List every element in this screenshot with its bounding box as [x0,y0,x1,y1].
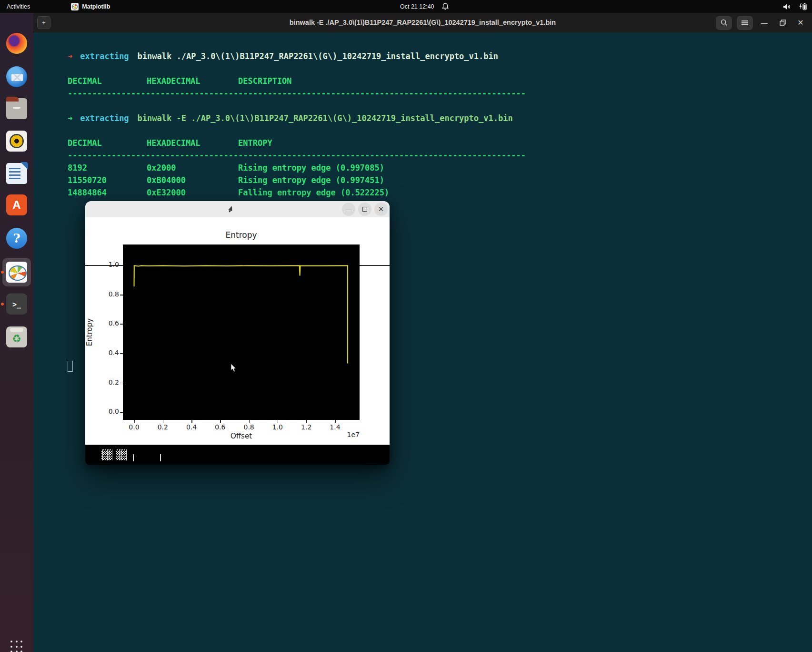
header-col2: HEXADECIMAL [147,137,238,149]
terminal-cursor [68,361,73,372]
dock-item-firefox[interactable] [5,32,28,55]
toolbar-separator [133,454,134,461]
running-indicator-dot [1,303,4,306]
volume-icon [783,3,791,10]
top-bar: Activities Matplotlib Oct 21 12:40 [0,0,812,13]
system-status-area[interactable] [783,0,807,13]
result-col3: Falling entropy edge (0.522225) [238,188,389,197]
dock-item-help[interactable]: ? [5,227,28,250]
help-icon: ? [6,228,27,249]
terminal-close-button[interactable]: ✕ [794,16,807,30]
command-text: binwalk ./AP_3.0\(1\)B11P247_RAP2261\(G\… [138,51,498,61]
battery-charging-icon [798,3,807,10]
dock-item-rhythmbox[interactable] [5,130,28,153]
result-col3: Rising entropy edge (0.997451) [238,175,384,185]
maximize-icon [362,207,367,212]
x-tick-mark [335,420,336,423]
x-tick-mark [191,420,192,423]
trash-icon: ♻ [6,326,27,347]
binwalk-result-row: 81920x2000Rising entropy edge (0.997085) [68,162,526,174]
dock-item-thunderbird[interactable] [5,65,28,88]
matplotlib-figure-window[interactable]: — ✕ Entropy 0.00.20.40.60.81.0 0.00.20.4… [85,201,390,465]
new-tab-button[interactable]: + [37,16,50,29]
dock-item-software[interactable]: A [5,194,28,216]
entropy-line-plot [123,244,360,420]
figure-close-button[interactable]: ✕ [374,203,388,216]
firefox-icon [6,33,27,54]
binwalk-result-row: 115507200xB04000Rising entropy edge (0.9… [68,174,526,186]
x-tick-label: 1.4 [324,423,345,431]
dock-item-terminal[interactable]: >_ [5,293,28,316]
toolbar-separator [160,454,161,461]
binwalk-table-separator: ----------------------------------------… [68,87,526,100]
binwalk-table-separator: ----------------------------------------… [68,149,526,162]
writer-icon [6,163,27,184]
figure-toolbar[interactable] [85,445,390,465]
help-glyph: ? [6,228,27,249]
command-text: binwalk -E ./AP_3.0\(1\)B11P247_RAP2261\… [138,113,513,123]
binwalk-table-header: DECIMALHEXADECIMALDESCRIPTION [68,75,526,87]
y-tick-label: 0.8 [99,290,119,298]
y-tick-mark [120,324,123,325]
dock-item-matplotlib[interactable] [5,261,28,284]
y-tick-label: 0.4 [99,349,119,357]
figure-minimize-button[interactable]: — [342,203,355,216]
toolbar-nav-icon[interactable] [116,449,127,460]
terminal-minimize-button[interactable]: — [758,16,771,30]
x-tick-mark [134,420,135,423]
entropy-series-line [134,265,348,363]
close-icon: ✕ [797,18,803,27]
dock-separator [6,264,28,264]
trash-glyph: ♻ [6,330,27,347]
terminal-prompt-line: ➜extractingbinwalk ./AP_3.0\(1\)B11P247_… [68,50,526,62]
prompt-arrow: ➜ [68,51,72,61]
terminal-restore-button[interactable] [776,16,789,30]
terminal-prompt-line: ➜extractingbinwalk -E ./AP_3.0\(1\)B11P2… [68,112,526,124]
terminal-search-button[interactable] [716,16,732,30]
result-col2: 0x2000 [147,162,238,174]
files-icon [6,98,27,119]
new-tab-plus-icon: + [42,19,46,26]
terminal-icon: >_ [6,294,27,315]
clock-menu[interactable]: Oct 21 12:40 [400,0,449,13]
dock-item-writer[interactable] [5,162,28,185]
mouse-cursor [230,363,238,373]
dock-item-files[interactable] [5,97,28,120]
figure-canvas[interactable]: Entropy 0.00.20.40.60.81.0 0.00.20.40.60… [85,217,390,445]
activities-button[interactable]: Activities [0,0,37,13]
y-tick-label: 0.2 [99,378,119,386]
thunderbird-icon [6,66,27,87]
notification-bell-icon [442,3,449,10]
x-tick-label: 0.4 [181,423,202,431]
toolbar-home-icon[interactable] [101,449,112,460]
y-tick-mark [120,353,123,354]
restore-icon [780,20,786,26]
app-indicator[interactable]: Matplotlib [64,0,117,13]
x-axis-multiplier: 1e7 [341,431,360,438]
clock-label: Oct 21 12:40 [400,3,434,10]
dock: A?>_♻ [0,13,33,652]
minimize-icon: — [346,206,352,213]
running-indicator-dot [1,271,4,274]
show-applications-button[interactable] [10,641,23,652]
terminal-titlebar[interactable]: + binwalk -E ./AP_3.0\(1\)B11P247_RAP226… [33,13,812,32]
minimize-icon: — [761,19,768,27]
figure-maximize-button[interactable] [358,203,371,216]
header-col1: DECIMAL [68,75,147,87]
plot-axes [123,244,360,420]
terminal-glyph: >_ [6,294,27,315]
y-tick-mark [120,295,123,295]
dock-item-trash[interactable]: ♻ [5,326,28,348]
y-tick-label: 0.0 [99,408,119,415]
header-col3: DESCRIPTION [238,76,292,86]
terminal-menu-button[interactable] [737,16,753,30]
matplotlib-app-icon [71,3,79,10]
binwalk-result-row: 148848640xE32000Falling entropy edge (0.… [68,186,526,199]
y-tick-mark [120,383,123,384]
y-tick-label: 0.6 [99,319,119,327]
result-col1: 8192 [68,162,147,174]
y-tick-mark [120,265,123,266]
result-col3: Rising entropy edge (0.997085) [238,163,384,173]
figure-titlebar[interactable]: — ✕ [85,201,390,217]
hamburger-icon [742,20,748,25]
